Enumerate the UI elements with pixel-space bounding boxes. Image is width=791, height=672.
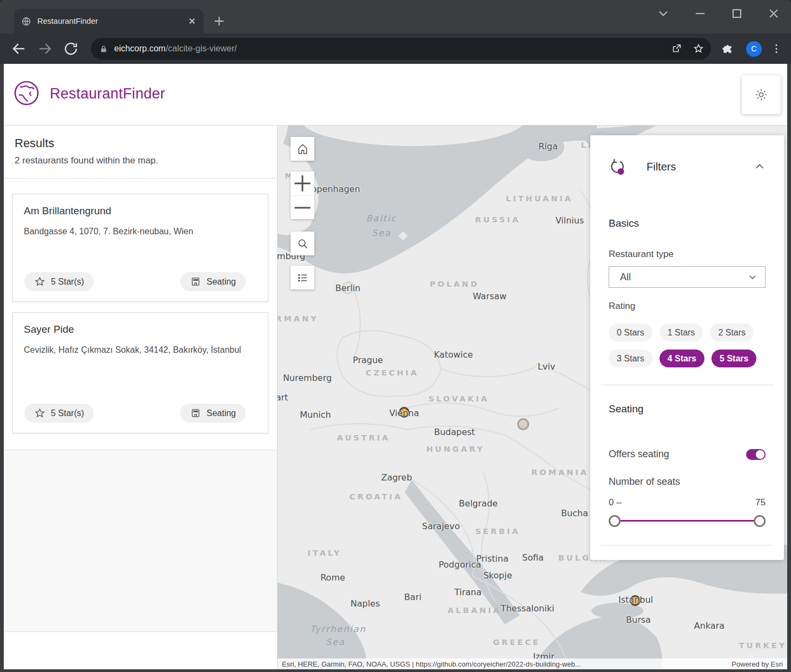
rating-chip-1-stars[interactable]: 1 Stars <box>660 324 703 341</box>
slider-handle-max[interactable] <box>754 515 766 527</box>
rating-chips: 0 Stars1 Stars2 Stars3 Stars4 Stars5 Sta… <box>609 324 767 367</box>
map-label-country: ALBANIA <box>447 606 502 615</box>
map-label-country: POLAND <box>430 280 479 288</box>
map-label-city: Belgrade <box>459 498 498 509</box>
rating-chip-0-stars[interactable]: 0 Stars <box>609 324 652 341</box>
zoom-controls <box>291 172 314 219</box>
collapse-chevron-up-icon[interactable] <box>754 161 766 173</box>
tab-title: RestaurantFinder <box>37 17 187 25</box>
map-label-city: Vilnius <box>556 215 584 226</box>
address-bar[interactable]: eichcorp.com/calcite-gis-viewer/ <box>91 38 711 60</box>
results-list: Am Brillantengrund Bandgasse 4, 1070, 7.… <box>4 179 277 450</box>
home-button[interactable] <box>291 137 314 161</box>
map-label-city: Bari <box>404 592 421 602</box>
tab-close-icon[interactable] <box>187 16 197 26</box>
zoom-out-button[interactable] <box>291 195 314 219</box>
map-attribution: Esri, HERE, Garmin, FAO, NOAA, USGS | ht… <box>278 658 787 669</box>
zoom-in-button[interactable] <box>291 172 314 195</box>
reset-filters-icon[interactable] <box>609 158 626 175</box>
map-label-city: Naples <box>351 598 380 609</box>
map-label-city: Vienna <box>390 408 419 418</box>
window-minimize-icon[interactable] <box>693 6 708 21</box>
url-host: eichcorp.com <box>114 44 166 53</box>
divider <box>601 385 773 385</box>
window-maximize-icon[interactable] <box>729 6 744 21</box>
browser-tab[interactable]: RestaurantFinder <box>14 9 203 34</box>
sun-icon <box>754 88 768 102</box>
back-icon[interactable] <box>11 41 27 57</box>
seating-label: Seating <box>207 409 236 418</box>
filters-title: Filters <box>647 161 676 173</box>
map-label-city: Pristina <box>476 554 508 564</box>
map-label-city: Bucha <box>561 508 588 518</box>
bookmark-star-icon[interactable] <box>693 43 704 55</box>
home-icon <box>296 143 309 155</box>
window-controls <box>656 5 781 22</box>
map-label-country: SERBIA <box>475 527 520 536</box>
browser-menu-kebab-icon[interactable] <box>770 43 782 55</box>
map-label-city: Thessaloniki <box>501 603 555 614</box>
results-title: Results <box>15 136 266 150</box>
legend-button[interactable] <box>291 266 314 289</box>
app-header: RestaurantFinder <box>4 64 787 126</box>
forward-icon[interactable] <box>37 41 53 57</box>
map-search-button[interactable] <box>291 232 314 255</box>
url-text: eichcorp.com/calcite-gis-viewer/ <box>114 44 661 54</box>
divider <box>601 545 773 545</box>
map-label-city: Bursa <box>626 615 651 625</box>
extensions-puzzle-icon[interactable] <box>722 43 734 55</box>
offers-seating-row: Offers seating <box>609 449 766 460</box>
map-label-city: Tirana <box>454 587 482 597</box>
results-summary: 2 restaurants found within the map. <box>15 155 266 166</box>
offers-seating-toggle[interactable] <box>746 449 766 460</box>
window-close-icon[interactable] <box>766 6 781 21</box>
map-label-city: Istanbul <box>618 595 653 605</box>
restaurant-type-value: All <box>620 272 748 283</box>
map-label-country: TURKEY <box>739 641 787 650</box>
map-label-city: Budapest <box>434 427 475 437</box>
restaurant-card[interactable]: Am Brillantengrund Bandgasse 4, 1070, 7.… <box>12 194 268 302</box>
sidebar-footer-section <box>4 632 277 669</box>
browser-toolbar: eichcorp.com/calcite-gis-viewer/ C <box>0 34 791 64</box>
restaurant-card[interactable]: Sayer Pide Cevizlik, Hafız Çıkmazı Sokak… <box>12 312 268 433</box>
offers-seating-label: Offers seating <box>609 449 746 460</box>
restaurant-type-select[interactable]: All <box>609 266 766 288</box>
map-label-city: Skopje <box>483 570 512 581</box>
map-label-city: Rome <box>320 572 345 583</box>
seats-range-slider <box>609 515 766 528</box>
rating-chip-5-stars[interactable]: 5 Stars <box>711 350 756 367</box>
restaurant-name: Sayer Pide <box>24 324 257 335</box>
map-label-city: Katowice <box>434 350 473 360</box>
stars-label: 5 Star(s) <box>51 409 84 418</box>
filters-header: Filters <box>609 158 766 175</box>
window-menu-chevron-icon[interactable] <box>656 6 671 21</box>
rating-chip-3-stars[interactable]: 3 Stars <box>609 350 652 367</box>
reload-icon[interactable] <box>63 41 79 57</box>
slider-handle-min[interactable] <box>609 515 621 527</box>
star-icon <box>34 407 45 419</box>
powered-by-esri: Powered by Esri <box>731 660 783 668</box>
profile-avatar[interactable]: C <box>746 41 762 57</box>
restaurant-address: Cevizlik, Hafız Çıkmazı Sokak, 34142, Ba… <box>24 343 251 357</box>
search-icon <box>296 238 309 250</box>
lock-icon <box>100 45 108 53</box>
map-label-city: Zagreb <box>381 472 412 483</box>
theme-toggle-button[interactable] <box>742 75 781 114</box>
minus-icon <box>291 196 314 220</box>
basics-heading: Basics <box>609 218 766 229</box>
map-label-city: Ankara <box>694 621 724 631</box>
share-icon[interactable] <box>671 43 683 55</box>
map-label-country: ITALY <box>308 549 342 557</box>
filters-panel: Filters Basics Restaurant type All Ratin… <box>590 135 784 560</box>
new-tab-icon[interactable] <box>213 15 225 27</box>
toggle-knob <box>756 450 764 459</box>
map[interactable]: RigaLATVCopenhagenLITHUANIARUSSIAVilnius… <box>278 126 787 669</box>
building-icon <box>190 407 201 419</box>
rating-chip-2-stars[interactable]: 2 Stars <box>710 324 754 341</box>
legend-list-icon <box>296 272 309 284</box>
rating-chip-4-stars[interactable]: 4 Stars <box>660 350 704 367</box>
star-icon <box>34 276 45 287</box>
map-label-sea: Baltic <box>366 213 397 223</box>
restaurant-name: Am Brillantengrund <box>24 205 257 217</box>
browser-window: RestaurantFinder eichcorp.com/calcite-gi… <box>0 0 791 672</box>
